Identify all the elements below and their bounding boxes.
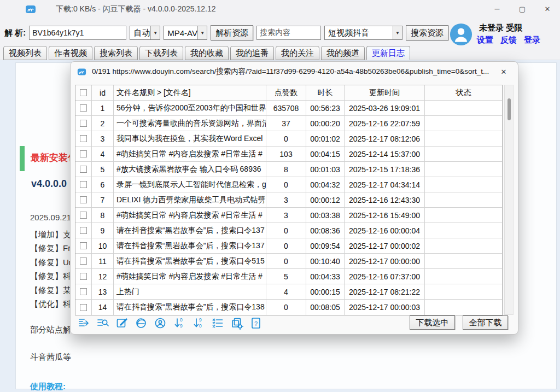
row-checkbox[interactable]	[80, 135, 87, 142]
row-checkbox-cell	[75, 116, 92, 131]
row-checkbox[interactable]	[80, 273, 87, 280]
column-header[interactable]: 时长	[306, 85, 345, 100]
select-all-checkbox[interactable]	[80, 89, 87, 96]
row-checkbox[interactable]	[80, 288, 87, 295]
table-row[interactable]: 8#萌娃搞笑日常 #内容启发搜索 #日常生活 #300:03:382025-12…	[75, 208, 502, 223]
row-checkbox[interactable]	[80, 196, 87, 203]
column-header[interactable]: 文件名规则 > [文件名]	[114, 85, 266, 100]
table-row[interactable]: 14请在抖音搜索“黑岩故事会”后，搜索口令138000:08:052025-12…	[75, 300, 502, 315]
search-results-dialog: 0/191 https://www.douyin.com/search/搜索内容…	[70, 61, 518, 335]
chevron-down-icon[interactable]	[150, 26, 160, 39]
svg-text:0: 0	[199, 323, 202, 329]
row-checkbox[interactable]	[80, 181, 87, 188]
dialog-title-bar: 0/191 https://www.douyin.com/search/搜索内容…	[71, 62, 518, 81]
export-icon[interactable]	[77, 317, 90, 330]
row-checkbox[interactable]	[80, 150, 87, 157]
parse-resource-button[interactable]: 解析资源	[211, 25, 253, 40]
tab-我的频道[interactable]: 我的频道	[321, 46, 365, 60]
row-checkbox[interactable]	[80, 166, 87, 173]
row-checkbox[interactable]	[80, 258, 87, 265]
edit-note-icon[interactable]	[115, 317, 129, 330]
cell-id: 5	[92, 162, 114, 177]
chevron-down-icon[interactable]	[393, 26, 402, 39]
row-checkbox-cell	[75, 284, 92, 299]
format-select[interactable]: MP4-AVC	[164, 26, 207, 40]
tab-我的关注[interactable]: 我的关注	[276, 46, 319, 60]
table-row[interactable]: 156分钟，告诉你2000至2003年的中国和世界63570800:56:232…	[75, 101, 502, 116]
cell-filename: 请在抖音搜索“黑岩故事会”后，搜索口令138	[114, 300, 266, 315]
svg-text:9: 9	[199, 317, 202, 323]
scrollbar-thumb[interactable]	[508, 98, 511, 120]
table-row[interactable]: 11请在抖音搜索“黑岩故事会”后，搜索口令515000:10:402025-12…	[75, 254, 502, 269]
sort-ascending-icon[interactable]: 09	[173, 317, 186, 330]
row-checkbox[interactable]	[80, 242, 87, 249]
cell-likes: 103	[266, 147, 306, 161]
tab-视频列表[interactable]: 视频列表	[3, 46, 47, 60]
column-header[interactable]: id	[92, 85, 114, 100]
site-select[interactable]: 短视频抖音	[324, 26, 402, 40]
cell-updated: 2025-12-17 08:21:22	[345, 284, 425, 299]
row-checkbox[interactable]	[80, 304, 87, 311]
mode-select[interactable]: 自动	[130, 26, 160, 40]
table-row[interactable]: 6录屏一镜到底展示人工智能时代信息检索，g000:04:322025-12-17…	[75, 177, 502, 192]
tab-我的收藏[interactable]: 我的收藏	[185, 46, 229, 60]
table-row[interactable]: 3我同事以为我在摸鱼，其实我在Word Excel000:01:022025-1…	[75, 131, 502, 147]
checklist-icon[interactable]	[211, 317, 224, 330]
column-header[interactable]: 更新时间	[345, 85, 425, 100]
table-row[interactable]: 9请在抖音搜索“黑岩故事会”后，搜索口令137000:08:362025-12-…	[75, 223, 502, 238]
cell-likes: 3	[266, 192, 306, 207]
tab-下载列表[interactable]: 下载列表	[139, 46, 183, 60]
browser-icon[interactable]	[135, 317, 148, 330]
settings-link[interactable]: 设置	[477, 35, 493, 45]
tab-作者视频[interactable]: 作者视频	[49, 46, 92, 60]
tab-更新日志[interactable]: 更新日志	[366, 46, 410, 60]
parse-input[interactable]	[29, 26, 126, 40]
avatar[interactable]	[450, 23, 472, 46]
tab-我的追番[interactable]: 我的追番	[230, 46, 274, 60]
table-row[interactable]: 12#萌娃搞笑日常 #内容启发搜索 #日常生活 #500:04:332025-1…	[75, 269, 502, 284]
cell-status	[425, 269, 502, 284]
table-row[interactable]: 4#萌娃搞笑日常 #内容启发搜索 #日常生活 #10300:04:152025-…	[75, 147, 502, 162]
copy-config-icon[interactable]	[230, 317, 243, 330]
table-row[interactable]: 10请在抖音搜索“黑岩故事会”后，搜索口令137000:09:542025-12…	[75, 238, 502, 254]
maximize-icon[interactable]	[510, 0, 535, 17]
scrollbar-track[interactable]	[504, 85, 514, 315]
cell-id: 11	[92, 254, 114, 268]
row-checkbox[interactable]	[80, 104, 87, 112]
download-selected-button[interactable]: 下载选中	[410, 315, 455, 330]
feedback-link[interactable]: 反馈	[500, 35, 517, 45]
sort-descending-icon[interactable]: 90	[192, 317, 205, 330]
table-row[interactable]: 13上热门400:00:152025-12-17 08:21:22	[75, 284, 502, 300]
minimize-icon[interactable]	[485, 0, 510, 17]
search-list-icon[interactable]	[96, 317, 109, 330]
close-icon[interactable]	[535, 0, 560, 17]
row-checkbox-cell	[75, 223, 92, 238]
row-checkbox[interactable]	[80, 120, 87, 127]
cell-likes: 37	[266, 116, 306, 131]
cell-likes: 0	[266, 254, 306, 268]
row-checkbox[interactable]	[80, 212, 87, 219]
cell-likes: 4	[266, 284, 306, 299]
column-header[interactable]: 点赞数	[266, 85, 306, 100]
user-search-icon[interactable]	[154, 317, 167, 330]
help-file-icon[interactable]: ?	[249, 317, 262, 330]
row-checkbox[interactable]	[80, 227, 87, 234]
tutorial-label: 使用教程:	[30, 382, 66, 392]
chevron-down-icon[interactable]	[197, 26, 207, 39]
search-resource-button[interactable]: 搜索资源	[406, 25, 448, 40]
search-input[interactable]	[256, 26, 321, 40]
cell-filename: 我同事以为我在摸鱼，其实我在Word Excel	[114, 131, 266, 146]
cell-id: 6	[92, 177, 114, 192]
svg-text:?: ?	[254, 320, 258, 327]
table-row[interactable]: 5#放大镜搜索黑岩故事会 输入口令码 68936800:01:032025-12…	[75, 162, 502, 177]
login-link[interactable]: 登录	[524, 35, 540, 45]
cell-updated: 2025-12-16 15:49:00	[345, 208, 425, 223]
tab-搜索列表[interactable]: 搜索列表	[94, 46, 138, 60]
table-row[interactable]: 7DELIXI 德力西劈柴家用破柴工具电动式钻劈300:00:122025-12…	[75, 192, 502, 208]
result-table-body: 156分钟，告诉你2000至2003年的中国和世界63570800:56:232…	[75, 101, 502, 315]
download-all-button[interactable]: 全部下载	[463, 315, 508, 330]
column-header[interactable]: 状态	[425, 85, 502, 100]
table-row[interactable]: 2一个可搜索海量歌曲的音乐资源网站，界面清3700:00:202025-12-1…	[75, 116, 502, 131]
cell-filename: 请在抖音搜索“黑岩故事会”后，搜索口令137	[114, 238, 266, 253]
dialog-close-icon[interactable]	[496, 64, 511, 79]
